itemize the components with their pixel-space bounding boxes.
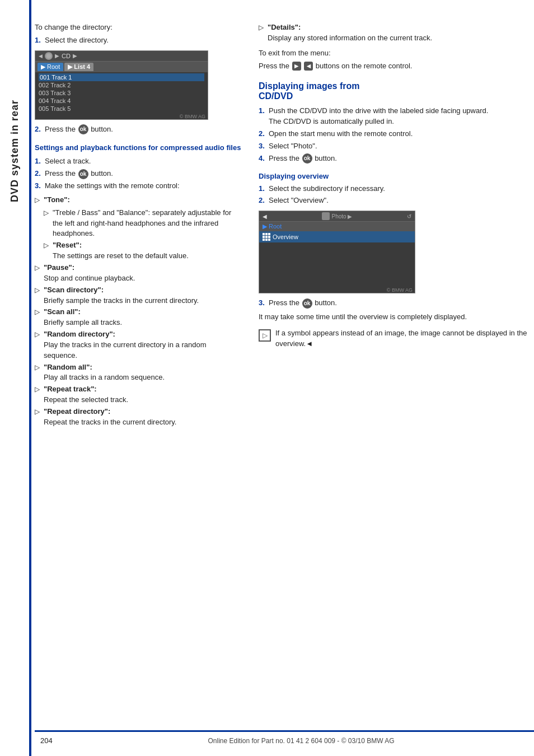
section-heading-display: Displaying images fromCD/DVD: [259, 81, 534, 101]
exit-menu-text: Press the ▶ ◀ buttons on the remote cont…: [259, 61, 534, 72]
right-column: ▷ "Details":Display any stored informati…: [253, 17, 534, 756]
screenshot-header: ◀ ▶ CD ▶: [35, 51, 208, 62]
photo-icon: [322, 212, 330, 220]
settings-steps: 1. Select a track. 2. Press the ok butto…: [35, 156, 242, 192]
track-item: 002 Track 2: [39, 81, 204, 89]
change-dir-heading: To change the directory:: [35, 22, 242, 33]
screenshot-label-2: © BMW AG: [259, 287, 415, 293]
list-item: 2. Open the start menu with the remote c…: [259, 129, 534, 139]
options-list: ▷ "Tone":: [35, 195, 242, 206]
list-item: 1. Select the directory.: [35, 35, 242, 46]
bwd-button-icon: ◀: [304, 62, 313, 71]
track-list: 001 Track 1 002 Track 2 003 Track 3 004 …: [35, 72, 208, 114]
grid-icon: [263, 233, 270, 241]
details-list: ▷ "Details":Display any stored informati…: [259, 22, 534, 44]
list-item: 1. Select a track.: [35, 156, 242, 167]
list-item: 3. Make the settings with the remote con…: [35, 181, 242, 192]
list-item: ▷ "Repeat directory":Repeat the tracks i…: [35, 407, 242, 428]
displaying-overview-heading: Displaying overview: [259, 172, 534, 180]
cd-dvd-screenshot: ◀ ▶ CD ▶ ▶ Root ▶ List 4 001 Track 1 002…: [35, 50, 208, 120]
screenshot-tabs: ▶ Root ▶ List 4: [35, 62, 208, 72]
list-item: ▷ "Reset":The settings are reset to the …: [44, 240, 242, 262]
sidebar-label-text: DVD system in rear: [9, 100, 21, 202]
overview-steps: 1. Select the subdirectory if necessary.…: [259, 184, 534, 207]
symbol-note-box: If a symbol appears instead of an image,…: [259, 328, 534, 352]
track-item: 003 Track 3: [39, 89, 204, 97]
photo-header-center: Photo ▶: [322, 212, 353, 220]
list-item: ▷ "Treble / Bass" and "Balance": separat…: [44, 208, 242, 240]
fwd-button-icon: ▶: [292, 62, 301, 71]
list-item: 1. Select the subdirectory if necessary.: [259, 184, 534, 194]
ok-button-icon: ok: [302, 153, 312, 164]
tone-sub-list: ▷ "Treble / Bass" and "Balance": separat…: [44, 208, 242, 262]
list-item: ▷ "Details":Display any stored informati…: [259, 22, 534, 44]
photo-screenshot: ◀ Photo ▶ ↺ ▶ Root Overview ©: [259, 211, 415, 293]
change-dir-steps: 1. Select the directory.: [35, 35, 242, 46]
photo-header: ◀ Photo ▶ ↺: [259, 211, 415, 222]
list-item: 3. Press the ok button.: [259, 298, 534, 309]
list-item: 2. Select "Overview".: [259, 195, 534, 206]
list-item: ▷ "Random directory":Play the tracks in …: [35, 329, 242, 361]
list-item: 3. Select "Photo".: [259, 141, 534, 152]
footer: 204 Online Edition for Part no. 01 41 2 …: [35, 730, 534, 745]
ok-button-icon: ok: [78, 124, 88, 134]
settings-subheading: Settings and playback functions for comp…: [35, 143, 242, 153]
other-options-list: ▷ "Pause":Stop and continue playback. ▷ …: [35, 263, 242, 428]
track-item: 005 Track 5: [39, 105, 204, 113]
cd-label: CD: [62, 53, 71, 59]
track-item: 004 Track 4: [39, 97, 204, 105]
list-item: ▷ "Random all":Play all tracks in a rand…: [35, 362, 242, 384]
list-item: ▷ "Scan directory":Briefly sample the tr…: [35, 285, 242, 306]
symbol-note-text: If a symbol appears instead of an image,…: [275, 328, 534, 349]
track-item: 001 Track 1: [39, 73, 204, 81]
overview-step3: 3. Press the ok button.: [259, 298, 534, 309]
list-item: 2. Press the ok button.: [35, 124, 242, 135]
blue-border-strip: [29, 0, 31, 756]
sidebar-label: DVD system in rear: [0, 90, 29, 213]
tone-label: "Tone":: [44, 195, 70, 204]
list-item: ▷ "Pause":Stop and continue playback.: [35, 263, 242, 284]
photo-nav: ▶ Root: [259, 222, 415, 231]
list-item: 4. Press the ok button.: [259, 153, 534, 164]
left-column: To change the directory: 1. Select the d…: [35, 17, 253, 756]
list-item: 2. Press the ok button.: [35, 169, 242, 179]
cd-icon: [45, 52, 53, 60]
overview-note: It may take some time until the overview…: [259, 312, 534, 323]
list-item: ▷ "Tone":: [35, 195, 242, 206]
photo-overview-bar: Overview: [259, 231, 415, 242]
tab-list4: ▶ List 4: [64, 63, 93, 71]
screenshot-label: © BMW AG: [35, 114, 208, 119]
list-item: ▷ "Repeat track":Repeat the selected tra…: [35, 384, 242, 405]
exit-menu-heading: To exit from the menu:: [259, 48, 534, 59]
list-item: ▷ "Scan all":Briefly sample all tracks.: [35, 307, 242, 328]
ok-button-icon: ok: [78, 169, 88, 179]
ok-button-icon: ok: [302, 298, 312, 309]
main-content: To change the directory: 1. Select the d…: [35, 17, 534, 756]
photo-body: [259, 242, 415, 287]
tab-root: ▶ Root: [38, 63, 63, 71]
list-item: 1. Push the CD/DVD into the drive with t…: [259, 106, 534, 127]
page-number: 204: [35, 736, 68, 745]
left-arrow: ◀: [39, 53, 43, 59]
display-images-steps: 1. Push the CD/DVD into the drive with t…: [259, 106, 534, 164]
footer-text: Online Edition for Part no. 01 41 2 604 …: [68, 737, 534, 745]
overview-label: Overview: [273, 234, 298, 240]
step2: 2. Press the ok button.: [35, 124, 242, 135]
symbol-icon: [259, 329, 271, 342]
